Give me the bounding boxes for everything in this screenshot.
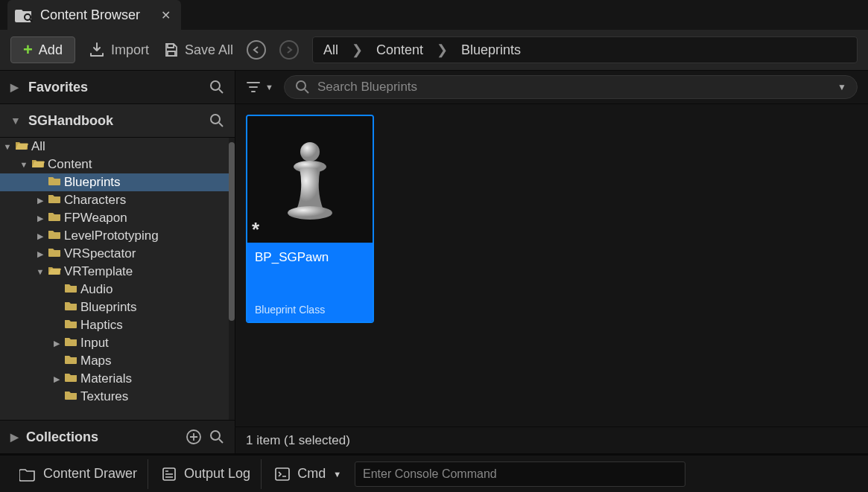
folder-icon	[64, 389, 77, 404]
status-bar: 1 item (1 selected)	[235, 426, 868, 453]
tree-row[interactable]: ▼VRTemplate	[0, 263, 229, 281]
save-all-button[interactable]: Save All	[162, 42, 233, 58]
tree-row[interactable]: ▶LevelPrototyping	[0, 227, 229, 245]
breadcrumb-item[interactable]: All	[323, 42, 338, 58]
tree-label: FPWeapon	[64, 211, 127, 226]
breadcrumb[interactable]: All ❯ Content ❯ Blueprints	[312, 36, 858, 63]
tree-arrow-icon[interactable]: ▼	[19, 160, 28, 169]
content-panel: ▼ Search Blueprints ▼	[235, 71, 868, 453]
output-log-button[interactable]: Output Log	[151, 459, 262, 489]
chevron-right-icon: ❯	[437, 42, 448, 58]
asset-name: BP_SGPawn	[255, 250, 365, 265]
search-icon[interactable]	[209, 113, 224, 128]
tree-label: Input	[80, 336, 109, 351]
tree-row[interactable]: ▼Content	[0, 156, 229, 173]
tree-arrow-icon[interactable]: ▼	[36, 267, 45, 276]
folder-icon	[64, 318, 77, 333]
cmd-label: Cmd	[297, 466, 326, 482]
project-section[interactable]: ▼ SGHandbook	[0, 104, 235, 138]
svg-point-4	[211, 115, 220, 124]
folder-icon	[64, 300, 77, 315]
svg-line-3	[219, 89, 223, 93]
add-collection-icon[interactable]	[186, 429, 202, 445]
favorites-label: Favorites	[28, 80, 88, 95]
tree-label: Blueprints	[64, 175, 121, 190]
close-icon[interactable]: ✕	[161, 8, 171, 22]
tree-row[interactable]: ▶VRSpectator	[0, 245, 229, 263]
tab-content-browser[interactable]: Content Browser ✕	[7, 0, 181, 30]
tree-row[interactable]: Textures	[0, 388, 229, 406]
tree-row[interactable]: Audio	[0, 281, 229, 298]
bottom-bar: Content Drawer Output Log Cmd ▼ Enter Co…	[0, 453, 868, 492]
folder-icon	[64, 371, 77, 386]
collections-label: Collections	[26, 429, 98, 445]
nav-forward-button[interactable]	[279, 40, 299, 60]
tree-row[interactable]: Blueprints	[0, 173, 229, 191]
tree-row[interactable]: ▶FPWeapon	[0, 209, 229, 227]
import-button[interactable]: Import	[89, 42, 149, 58]
tree-arrow-icon[interactable]: ▶	[52, 339, 61, 348]
folder-icon	[64, 354, 77, 368]
tree-row[interactable]: Maps	[0, 352, 229, 370]
tree-row[interactable]: ▼All	[0, 138, 229, 156]
folder-icon	[48, 264, 61, 279]
status-text: 1 item (1 selected)	[246, 433, 350, 448]
filter-button[interactable]: ▼	[246, 80, 273, 94]
svg-point-11	[300, 142, 320, 162]
tree-row[interactable]: ▶Input	[0, 334, 229, 352]
nav-back-button[interactable]	[247, 40, 266, 60]
favorites-section[interactable]: ▶ Favorites	[0, 71, 235, 104]
tree-arrow-icon[interactable]: ▶	[36, 214, 45, 223]
search-icon[interactable]	[209, 80, 224, 95]
search-icon[interactable]	[209, 429, 224, 444]
breadcrumb-item[interactable]: Content	[376, 42, 423, 58]
import-label: Import	[111, 42, 149, 58]
tree-label: Materials	[80, 371, 132, 386]
tree-label: Blueprints	[80, 300, 137, 315]
content-drawer-button[interactable]: Content Drawer	[9, 459, 148, 489]
tree-row[interactable]: ▶Characters	[0, 191, 229, 209]
folder-icon	[15, 139, 28, 154]
tree-arrow-icon[interactable]: ▶	[36, 231, 45, 241]
tree-row[interactable]: Blueprints	[0, 298, 229, 316]
collections-section[interactable]: ▶ Collections	[0, 420, 235, 453]
dirty-indicator: *	[252, 218, 259, 241]
tree-arrow-icon[interactable]: ▼	[3, 142, 12, 151]
console-placeholder: Enter Console Command	[363, 467, 497, 481]
folder-icon	[19, 467, 36, 482]
folder-icon	[48, 211, 61, 226]
tree-row[interactable]: ▶Materials	[0, 370, 229, 388]
svg-line-10	[305, 89, 308, 93]
tree-arrow-icon[interactable]: ▶	[52, 374, 61, 384]
svg-line-8	[219, 439, 223, 443]
svg-point-7	[211, 431, 220, 440]
chevron-down-icon[interactable]: ▼	[837, 82, 846, 92]
content-toolbar: ▼ Search Blueprints ▼	[235, 71, 868, 104]
cmd-button[interactable]: Cmd ▼	[264, 459, 352, 489]
asset-type: Blueprint Class	[255, 304, 365, 316]
tree-arrow-icon[interactable]: ▶	[36, 196, 45, 205]
folder-icon	[64, 282, 77, 297]
add-button[interactable]: + Add	[10, 36, 75, 63]
svg-point-13	[288, 206, 332, 220]
console-input[interactable]: Enter Console Command	[355, 461, 685, 487]
scrollbar[interactable]	[229, 142, 235, 321]
sidebar: ▶ Favorites ▼ SGHandbook ▼All▼ContentBlu…	[0, 71, 235, 453]
import-icon	[89, 42, 105, 58]
folder-icon	[31, 157, 45, 172]
save-icon	[162, 42, 179, 58]
asset-grid[interactable]: * BP_SGPawn Blueprint Class	[235, 104, 868, 426]
tree-label: VRTemplate	[64, 264, 133, 279]
tree-label: Audio	[80, 282, 113, 297]
tree-arrow-icon[interactable]: ▶	[36, 249, 45, 259]
tree-row[interactable]: Haptics	[0, 316, 229, 334]
search-input[interactable]: Search Blueprints ▼	[284, 75, 858, 99]
content-drawer-label: Content Drawer	[43, 466, 137, 482]
folder-icon	[48, 175, 61, 190]
add-label: Add	[39, 42, 63, 58]
breadcrumb-item[interactable]: Blueprints	[461, 42, 521, 58]
tree-label: Textures	[80, 389, 128, 404]
tree-label: Characters	[64, 193, 126, 208]
chevron-down-icon: ▼	[265, 83, 273, 92]
asset-card-bp-sgpawn[interactable]: * BP_SGPawn Blueprint Class	[246, 115, 374, 323]
